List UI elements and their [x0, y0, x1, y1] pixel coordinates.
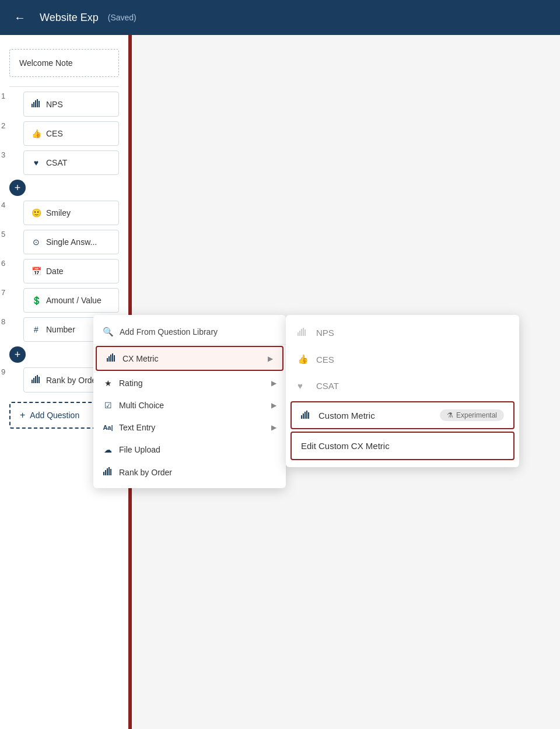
svg-rect-7	[35, 376, 36, 383]
question-item-date[interactable]: 📅 Date	[23, 259, 119, 283]
question-wrapper-2: 2 👍 CES	[14, 121, 128, 146]
question-wrapper-1: 1 NPS	[14, 92, 128, 117]
svg-rect-9	[38, 377, 40, 383]
svg-rect-11	[108, 356, 110, 362]
question-wrapper-4: 4 🙂 Smiley	[14, 201, 128, 225]
custom-metric-item[interactable]: Custom Metric ⚗ Experimental	[290, 401, 514, 429]
add-from-library-label: Add From Question Library	[120, 327, 218, 337]
text-entry-label: Text Entry	[119, 423, 155, 432]
svg-rect-22	[301, 329, 302, 336]
svg-rect-12	[110, 355, 111, 362]
smiley-label: Smiley	[46, 208, 71, 218]
svg-rect-6	[33, 378, 34, 383]
cx-metric-chevron: ▶	[268, 355, 273, 363]
welcome-note-card[interactable]: Welcome Note	[9, 49, 119, 77]
text-entry-item[interactable]: Aa| Text Entry ▶	[93, 416, 286, 439]
svg-rect-4	[38, 101, 40, 107]
svg-rect-1	[33, 102, 34, 107]
svg-rect-29	[308, 412, 309, 419]
submenu-nps-icon	[298, 328, 309, 338]
question-number-3: 3	[1, 150, 5, 159]
number-icon: #	[31, 325, 41, 334]
svg-rect-2	[35, 100, 36, 107]
question-wrapper-7: 7 💲 Amount / Value	[14, 288, 128, 313]
rating-label: Rating	[119, 378, 142, 388]
cx-metric-submenu: NPS 👍 CES ♥ CSAT Custom Metric ⚗ Ex	[286, 315, 519, 467]
submenu-nps-label: NPS	[316, 328, 334, 338]
smiley-icon: 🙂	[31, 208, 41, 218]
welcome-note-label: Welcome Note	[19, 58, 73, 68]
cx-metric-label: CX Metric	[123, 354, 158, 363]
multi-choice-item-left: ☑ Multi Choice	[103, 401, 164, 410]
file-upload-item[interactable]: ☁ File Upload	[93, 439, 286, 461]
svg-rect-24	[304, 330, 306, 336]
rank-label: Rank by Order	[46, 376, 99, 385]
submenu-nps-item[interactable]: NPS	[286, 320, 519, 346]
custom-metric-icon	[301, 411, 313, 420]
rating-item-left: ★ Rating	[103, 378, 142, 388]
question-number-1: 1	[1, 92, 5, 100]
question-item-amount[interactable]: 💲 Amount / Value	[23, 288, 119, 313]
add-between-3-4-button[interactable]: +	[9, 180, 26, 196]
question-item-nps[interactable]: NPS	[23, 92, 119, 117]
submenu-ces-item[interactable]: 👍 CES	[286, 346, 519, 373]
submenu-csat-label: CSAT	[316, 381, 339, 391]
dropdown-menu: 🔍 Add From Question Library CX Metric ▶ …	[93, 315, 286, 488]
question-wrapper-5: 5 ⊙ Single Answ...	[14, 230, 128, 254]
main-content: Welcome Note 1 NPS 2 👍 CES 3 ♥	[0, 35, 560, 729]
rating-chevron: ▶	[271, 379, 276, 387]
svg-rect-21	[299, 331, 300, 336]
text-entry-icon: Aa|	[103, 424, 113, 431]
csat-icon: ♥	[31, 158, 41, 167]
svg-rect-25	[301, 415, 302, 419]
flask-icon: ⚗	[447, 411, 453, 419]
experimental-badge: ⚗ Experimental	[440, 409, 504, 421]
add-question-label: Add Question	[30, 411, 79, 420]
ces-label: CES	[46, 129, 63, 138]
rank-by-order-item[interactable]: Rank by Order	[93, 461, 286, 483]
add-from-library-item[interactable]: 🔍 Add From Question Library	[93, 320, 286, 345]
file-upload-label: File Upload	[119, 445, 160, 454]
question-wrapper-6: 6 📅 Date	[14, 259, 128, 283]
svg-rect-5	[32, 380, 33, 383]
svg-rect-18	[108, 467, 110, 475]
svg-rect-3	[37, 99, 38, 107]
date-icon: 📅	[31, 267, 41, 276]
search-icon: 🔍	[103, 327, 114, 337]
multi-choice-chevron: ▶	[271, 401, 276, 409]
text-entry-item-left: Aa| Text Entry	[103, 423, 155, 432]
multi-choice-icon: ☑	[103, 401, 113, 410]
page-title: Website Exp	[40, 12, 99, 24]
submenu-ces-label: CES	[316, 355, 334, 365]
date-label: Date	[46, 267, 64, 276]
divider-1	[9, 86, 119, 87]
cx-metric-item[interactable]: CX Metric ▶	[96, 346, 284, 371]
back-button[interactable]: ←	[9, 6, 30, 29]
experimental-label: Experimental	[456, 411, 497, 419]
single-answer-icon: ⊙	[31, 237, 41, 247]
back-icon: ←	[14, 11, 26, 24]
question-number-5: 5	[1, 230, 5, 239]
svg-rect-26	[303, 413, 304, 419]
file-upload-icon: ☁	[103, 445, 113, 454]
dropdown-container: 🔍 Add From Question Library CX Metric ▶ …	[93, 315, 286, 488]
question-item-csat[interactable]: ♥ CSAT	[23, 150, 119, 175]
submenu-csat-item[interactable]: ♥ CSAT	[286, 373, 519, 399]
svg-rect-28	[306, 411, 307, 419]
nps-label: NPS	[46, 100, 63, 109]
question-number-6: 6	[1, 259, 5, 268]
add-between-8-9-button[interactable]: +	[9, 346, 26, 363]
question-item-smiley[interactable]: 🙂 Smiley	[23, 201, 119, 225]
question-item-ces[interactable]: 👍 CES	[23, 121, 119, 146]
custom-metric-label: Custom Metric	[318, 411, 375, 420]
rating-icon: ★	[103, 378, 113, 388]
rank-by-order-item-left: Rank by Order	[103, 467, 172, 477]
svg-rect-13	[112, 353, 113, 362]
multi-choice-item[interactable]: ☑ Multi Choice ▶	[93, 394, 286, 416]
question-item-single-answer[interactable]: ⊙ Single Answ...	[23, 230, 119, 254]
csat-label: CSAT	[46, 158, 67, 167]
svg-rect-19	[110, 469, 111, 475]
edit-custom-metric-item[interactable]: Edit Custom CX Metric	[290, 432, 514, 460]
rating-item[interactable]: ★ Rating ▶	[93, 372, 286, 394]
submenu-csat-icon: ♥	[298, 381, 309, 391]
